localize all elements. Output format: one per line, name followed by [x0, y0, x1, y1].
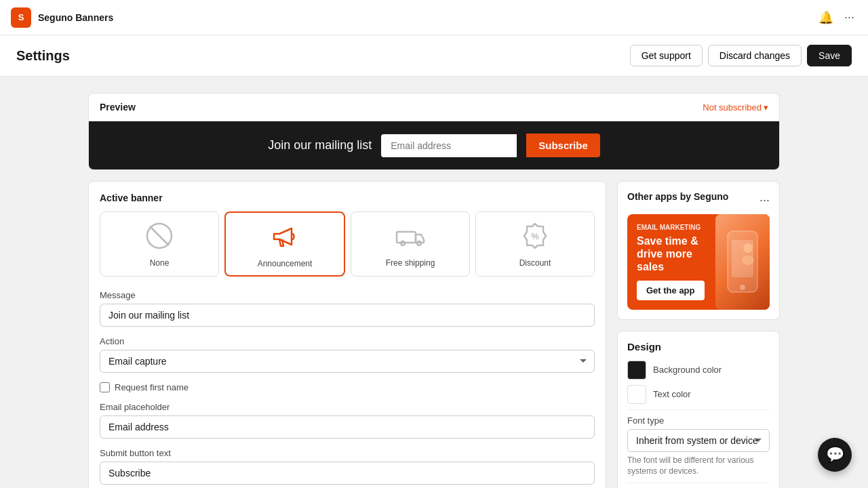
header-actions: Get support Discard changes Save: [630, 45, 852, 66]
banner-email-input[interactable]: [381, 134, 517, 157]
page-header: Settings Get support Discard changes Sav…: [0, 35, 868, 77]
font-type-label: Font type: [627, 415, 770, 426]
preview-banner: Join our mailing list Subscribe: [89, 121, 779, 169]
active-banner-title: Active banner: [100, 192, 595, 203]
none-icon: [139, 219, 180, 253]
email-placeholder-group: Email placeholder: [100, 402, 595, 439]
banner-text: Join our mailing list: [268, 138, 372, 152]
other-apps-card: Other apps by Seguno ··· EMAIL MARKETING…: [617, 181, 780, 320]
none-label: None: [150, 258, 170, 268]
banner-subscribe-button[interactable]: Subscribe: [526, 134, 600, 157]
ad-title: Save time & drive more sales: [637, 235, 715, 274]
email-placeholder-label: Email placeholder: [100, 402, 595, 412]
svg-point-8: [740, 285, 745, 290]
message-label: Message: [100, 290, 595, 300]
chat-bubble[interactable]: 💬: [818, 438, 852, 472]
discard-changes-button[interactable]: Discard changes: [708, 45, 802, 66]
svg-rect-2: [397, 232, 416, 243]
announcement-label: Announcement: [258, 259, 313, 268]
design-card: Design Background color Text color Font …: [617, 331, 780, 488]
action-label: Action: [100, 336, 595, 346]
more-options-icon[interactable]: ···: [842, 7, 857, 27]
page-title: Settings: [16, 48, 70, 64]
not-subscribed-badge[interactable]: Not subscribed ▾: [703, 102, 768, 113]
request-first-name-label: Request first name: [115, 382, 189, 392]
topnav: S Seguno Banners 🔔 ···: [0, 0, 868, 35]
design-card-title: Design: [627, 341, 770, 352]
background-color-row: Background color: [627, 361, 770, 380]
background-color-swatch[interactable]: [627, 361, 646, 380]
other-apps-header: Other apps by Seguno ···: [627, 191, 770, 209]
message-group: Message: [100, 290, 595, 327]
main-content: Preview Not subscribed ▾ Join our mailin…: [0, 77, 868, 488]
request-first-name-row: Request first name: [100, 382, 595, 392]
design-divider: [627, 409, 770, 410]
save-button[interactable]: Save: [807, 45, 852, 66]
preview-label: Preview: [100, 102, 136, 113]
content-wrapper: Active banner None: [88, 181, 780, 488]
banner-card-discount[interactable]: % Discount: [475, 211, 595, 277]
background-color-label: Background color: [653, 365, 722, 375]
other-apps-more-button[interactable]: ···: [760, 193, 770, 207]
discount-label: Discount: [519, 258, 551, 268]
banner-card-none[interactable]: None: [100, 211, 219, 277]
banner-card-announcement[interactable]: Announcement: [224, 211, 345, 277]
svg-point-10: [742, 256, 754, 265]
other-apps-title: Other apps by Seguno: [627, 191, 728, 202]
app-name: Seguno Banners: [38, 12, 113, 23]
font-hint: The font will be different for various s…: [627, 455, 770, 478]
seguno-ad: EMAIL MARKETING Save time & drive more s…: [627, 214, 770, 310]
preview-header: Preview Not subscribed ▾: [89, 94, 779, 121]
get-support-button[interactable]: Get support: [630, 45, 703, 66]
font-type-select[interactable]: Inherit from system or device: [627, 429, 770, 452]
discount-icon: %: [515, 219, 555, 253]
free-shipping-icon: [390, 219, 431, 253]
request-first-name-checkbox[interactable]: [100, 382, 110, 392]
message-input[interactable]: [100, 304, 595, 327]
submit-button-input[interactable]: [100, 462, 595, 485]
banner-cards: None Announcement: [100, 211, 595, 277]
ad-phone-mockup: [715, 214, 770, 310]
action-group: Action Email capture: [100, 336, 595, 373]
text-color-swatch[interactable]: [627, 385, 646, 404]
submit-button-group: Submit button text An icon will be used …: [100, 448, 595, 488]
free-shipping-label: Free shipping: [386, 258, 435, 268]
email-placeholder-input[interactable]: [100, 415, 595, 439]
left-panel: Active banner None: [88, 181, 606, 488]
submit-button-label: Submit button text: [100, 448, 595, 458]
topnav-right: 🔔 ···: [816, 7, 857, 28]
svg-point-9: [743, 243, 753, 253]
svg-line-1: [150, 226, 169, 245]
right-panel: Other apps by Seguno ··· EMAIL MARKETING…: [617, 181, 780, 488]
preview-card: Preview Not subscribed ▾ Join our mailin…: [88, 93, 780, 170]
app-icon: S: [11, 7, 31, 28]
announcement-icon: [264, 220, 305, 253]
svg-text:%: %: [531, 231, 539, 241]
design-divider-2: [627, 483, 770, 483]
ad-get-app-button[interactable]: Get the app: [637, 281, 705, 300]
banner-card-free-shipping[interactable]: Free shipping: [351, 211, 470, 277]
text-color-row: Text color: [627, 385, 770, 404]
text-color-label: Text color: [653, 389, 691, 399]
notifications-icon[interactable]: 🔔: [816, 7, 836, 28]
action-select[interactable]: Email capture: [100, 350, 595, 373]
